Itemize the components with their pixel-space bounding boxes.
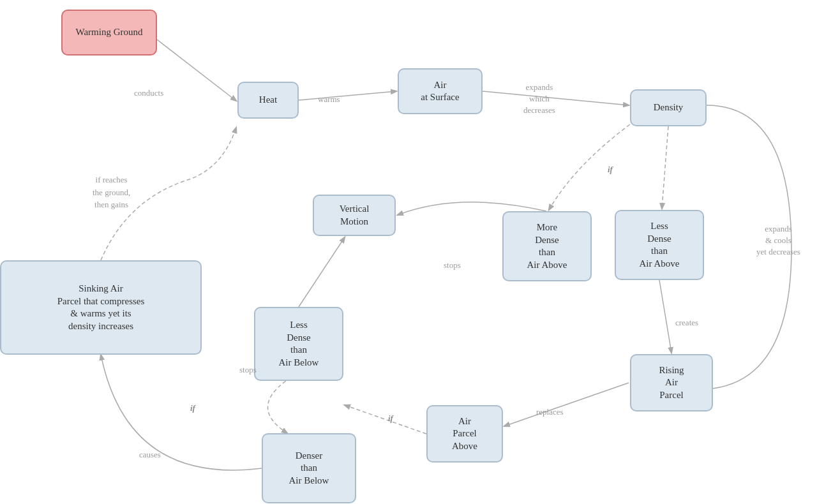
- expands-decreases-label: expandswhichdecreases: [523, 82, 555, 117]
- if1-label: if: [608, 165, 613, 175]
- stops2-label: stops: [239, 365, 257, 376]
- rising-air-parcel-label: RisingAirParcel: [659, 364, 684, 402]
- svg-line-3: [662, 126, 668, 209]
- stops1-label: stops: [444, 260, 461, 271]
- svg-line-7: [299, 237, 345, 307]
- replaces-label: replaces: [536, 407, 564, 418]
- less-dense-below-label: LessDensethanAir Below: [279, 319, 319, 369]
- warming-ground-node: Warming Ground: [61, 10, 157, 56]
- vertical-motion-node: VerticalMotion: [313, 195, 396, 236]
- heat-node: Heat: [237, 82, 299, 119]
- svg-line-4: [659, 280, 671, 353]
- vertical-motion-label: VerticalMotion: [340, 203, 370, 228]
- more-dense-above-node: MoreDensethanAir Above: [502, 211, 592, 281]
- svg-line-1: [299, 91, 396, 100]
- air-parcel-above-label: AirParcelAbove: [452, 415, 477, 453]
- less-dense-above-node: LessDensethanAir Above: [615, 210, 704, 280]
- sinking-air-node: Sinking AirParcel that compresses& warms…: [0, 260, 202, 355]
- air-at-surface-node: Airat Surface: [398, 68, 483, 114]
- if2-label: if: [388, 413, 393, 424]
- warms-label: warms: [318, 94, 340, 105]
- sinking-air-label: Sinking AirParcel that compresses& warms…: [57, 283, 145, 332]
- less-dense-above-label: LessDensethanAir Above: [640, 220, 680, 270]
- denser-below-label: DenserthanAir Below: [289, 450, 329, 487]
- svg-line-6: [345, 405, 426, 434]
- expands-cools-label: expands& coolsyet decreases: [756, 223, 800, 258]
- conducts-label: conducts: [134, 88, 163, 99]
- svg-line-2: [483, 91, 629, 105]
- air-at-surface-label: Airat Surface: [421, 79, 459, 104]
- density-node: Density: [630, 89, 707, 126]
- causes-label: causes: [139, 450, 161, 461]
- svg-line-5: [504, 383, 629, 426]
- rising-air-parcel-node: RisingAirParcel: [630, 354, 713, 411]
- svg-line-0: [157, 40, 236, 101]
- air-parcel-above-node: AirParcelAbove: [426, 405, 503, 463]
- if-reaches-label: if reachesthe ground,then gains: [93, 174, 130, 211]
- warming-ground-label: Warming Ground: [75, 26, 142, 39]
- heat-label: Heat: [259, 94, 277, 107]
- denser-below-node: DenserthanAir Below: [262, 433, 356, 503]
- less-dense-below-node: LessDensethanAir Below: [254, 307, 343, 381]
- if3-label: if: [190, 403, 195, 414]
- more-dense-above-label: MoreDensethanAir Above: [527, 221, 567, 271]
- creates-label: creates: [675, 318, 698, 329]
- density-label: Density: [654, 101, 684, 114]
